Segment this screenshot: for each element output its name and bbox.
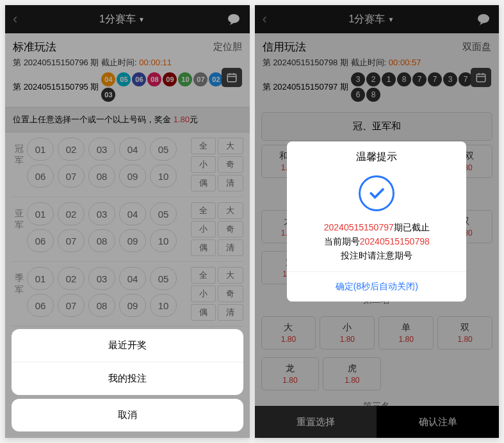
- sheet-item[interactable]: 最近开奖: [12, 329, 243, 362]
- modal-body: 20240515150797期已截止 当前期号20240515150798 投注…: [287, 220, 466, 271]
- phone-left: ‹ 1分赛车 ▼ 标准玩法 定位胆 第 20240515150796 期 截止时…: [5, 5, 250, 438]
- modal-ok-button[interactable]: 确定(8秒后自动关闭): [287, 271, 466, 302]
- sheet-item[interactable]: 我的投注: [12, 362, 243, 395]
- action-sheet: 最近开奖我的投注: [12, 329, 243, 395]
- modal-overlay[interactable]: 温馨提示 20240515150797期已截止 当前期号202405151507…: [255, 5, 500, 438]
- modal-title: 温馨提示: [287, 141, 466, 173]
- phone-right: ‹ 1分赛车 ▼ 信用玩法 双面盘 第 20240515150798 期 截止时…: [255, 5, 500, 438]
- action-sheet-overlay[interactable]: 最近开奖我的投注 取消: [5, 5, 250, 438]
- modal: 温馨提示 20240515150797期已截止 当前期号202405151507…: [287, 141, 466, 302]
- check-icon: [359, 175, 394, 211]
- cancel-button[interactable]: 取消: [12, 399, 243, 431]
